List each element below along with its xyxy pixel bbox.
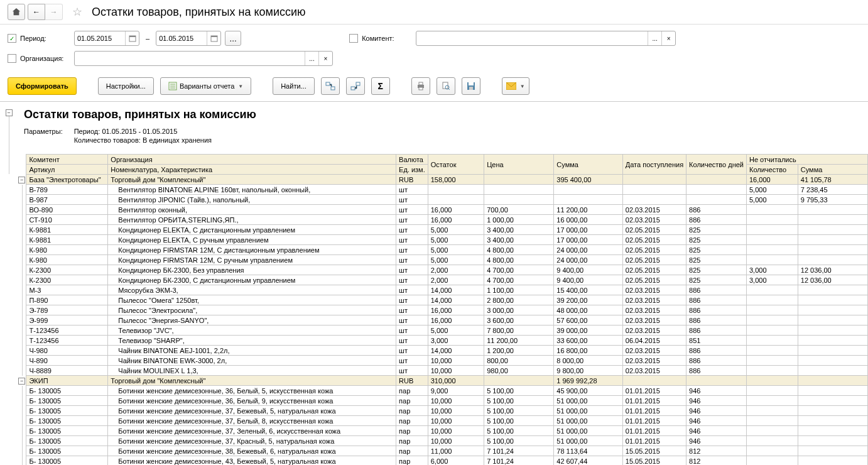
table-row[interactable]: М-3Мясорубка ЭКМ-3,шт14,0001 100,0015 40… [18, 285, 868, 295]
table-row[interactable]: Т-123456Телевизор "JVC",шт5,0007 800,003… [18, 326, 868, 336]
col-ostatok[interactable]: Остаток [428, 155, 484, 175]
table-row[interactable]: Б- 130005Ботинки женские демисезонные, 3… [18, 386, 868, 396]
group-row[interactable]: −ЭКИПТорговый дом "Комплексный"RUB310,00… [18, 376, 868, 386]
table-row[interactable]: П-890Пылесос "Омега" 1250вт,шт14,0002 80… [18, 295, 868, 305]
table-row[interactable]: Б- 130005Ботинки женские демисезонные, 3… [18, 416, 868, 426]
svg-rect-3 [211, 36, 217, 37]
table-row[interactable]: Т-123456Телевизор "SHARP",шт3,00011 200,… [18, 336, 868, 346]
sum-button[interactable]: Σ [371, 77, 390, 95]
svg-rect-15 [469, 82, 474, 85]
svg-rect-7 [351, 87, 355, 90]
col-days[interactable]: Количество дней [686, 155, 747, 175]
table-row[interactable]: К-980Кондиционер FIRMSTAR 12M, С ручным … [18, 255, 868, 265]
komitent-input[interactable] [416, 33, 648, 43]
col-ed[interactable]: Ед. изм. [396, 165, 428, 175]
table-row[interactable]: СТ-910Вентилятор ОРБИТА,STERLING,ЯП.,шт1… [18, 215, 868, 225]
group-row[interactable]: −База "Электротовары"Торговый дом "Компл… [18, 175, 868, 185]
table-row[interactable]: К-9881Кондиционер ELEKTA, С дистанционны… [18, 225, 868, 235]
col-not-reported[interactable]: Не отчитались [746, 155, 867, 165]
col-nsum[interactable]: Сумма [798, 165, 867, 175]
table-row[interactable]: Б- 130005Ботинки женские демисезонные, 3… [18, 446, 868, 456]
star-icon: ☆ [72, 5, 82, 19]
table-row[interactable]: В-987Вентилятор JIPONIC (Тайв.), напольн… [18, 195, 868, 205]
table-row[interactable]: Б- 130005Ботинки женские демисезонные, 4… [18, 456, 868, 466]
settings-button[interactable]: Настройки... [98, 77, 154, 95]
col-sum[interactable]: Сумма [554, 155, 622, 175]
table-row[interactable]: К-9881Кондиционер ELEKTA, С ручным управ… [18, 235, 868, 245]
col-nqty[interactable]: Количество [746, 165, 798, 175]
collapse-group-button[interactable]: − [18, 177, 25, 183]
variants-button[interactable]: Варианты отчета ▼ [160, 77, 251, 95]
table-row[interactable]: К-2300Кондиционер БК-2300, Без управлени… [18, 265, 868, 275]
collapse-all-button[interactable]: − [6, 109, 13, 116]
period-label: Период: [20, 35, 70, 42]
generate-button[interactable]: Сформировать [8, 77, 77, 95]
forward-button[interactable]: → [45, 4, 63, 20]
table-row[interactable]: Э-999Пылесос "Энергия-SANYO",шт16,0003 6… [18, 315, 868, 326]
org-input[interactable] [75, 53, 305, 63]
collapse-groups-button[interactable] [346, 77, 365, 95]
expand-icon [325, 82, 335, 90]
col-artikul[interactable]: Артикул [26, 165, 108, 175]
favorite-button[interactable]: ☆ [69, 4, 85, 20]
org-checkbox[interactable] [8, 54, 16, 63]
table-row[interactable]: Б- 130005Ботинки женские демисезонные, 3… [18, 396, 868, 406]
period-checkbox[interactable]: ✓ [8, 34, 16, 43]
arrow-right-icon: → [50, 8, 58, 16]
print-button[interactable] [411, 77, 430, 95]
date-from-input[interactable] [75, 33, 125, 43]
preview-button[interactable] [437, 77, 455, 95]
params-label: Параметры: [24, 128, 63, 145]
calendar-icon[interactable] [207, 31, 220, 45]
email-button[interactable]: ▼ [502, 77, 529, 95]
table-row[interactable]: Б- 130005Ботинки женские демисезонные, 3… [18, 426, 868, 436]
table-row[interactable]: ВО-890Вентилятор оконный,шт16,000700,001… [18, 205, 868, 215]
expand-groups-button[interactable] [321, 77, 340, 95]
komitent-input-wrap: ... × [416, 31, 676, 46]
dash: – [146, 35, 149, 42]
col-komitent[interactable]: Комитент [26, 155, 108, 165]
table-row[interactable]: Ч-890Чайник BINATONE EWK-3000, 2л,шт10,0… [18, 356, 868, 366]
home-icon [12, 8, 21, 16]
org-select-button[interactable]: ... [305, 52, 318, 65]
save-icon [467, 82, 475, 90]
table-row[interactable]: Б- 130005Ботинки женские демисезонные, 3… [18, 436, 868, 446]
table-row[interactable]: К-2300Кондиционер БК-2300, С дистанционн… [18, 275, 868, 285]
table-row[interactable]: Б- 130005Ботинки женские демисезонные, 3… [18, 406, 868, 416]
params-qty: Количество товаров: В единицах хранения [74, 136, 212, 144]
col-price[interactable]: Цена [484, 155, 554, 175]
save-button[interactable] [462, 77, 480, 95]
komitent-select-button[interactable]: ... [648, 31, 661, 45]
svg-rect-1 [129, 36, 136, 37]
table-row[interactable]: Ч-8889Чайник MOULINEX L 1,3,шт10,000980,… [18, 366, 868, 376]
col-org[interactable]: Организация [108, 155, 396, 165]
params-period: Период: 01.05.2015 - 01.05.2015 [74, 128, 212, 135]
chevron-down-icon: ▼ [238, 84, 243, 89]
komitent-clear-button[interactable]: × [661, 31, 675, 45]
table-row[interactable]: Ч-980Чайник BINATONE АЕJ-1001, 2,2л,шт14… [18, 346, 868, 356]
collapse-group-button[interactable]: − [18, 378, 25, 385]
home-button[interactable] [8, 4, 25, 20]
find-button[interactable]: Найти... [273, 77, 315, 95]
arrow-left-icon: ← [33, 8, 40, 16]
sigma-icon: Σ [378, 81, 383, 91]
svg-rect-8 [356, 82, 360, 85]
email-icon [506, 82, 516, 90]
date-to-input[interactable] [156, 33, 207, 43]
back-button[interactable]: ← [28, 4, 45, 20]
org-clear-button[interactable]: × [318, 52, 332, 65]
komitent-checkbox[interactable] [349, 34, 358, 43]
table-row[interactable]: Э-789Пылесос "Электросила",шт16,0003 000… [18, 305, 868, 315]
col-date[interactable]: Дата поступления [622, 155, 686, 175]
col-valuta[interactable]: Валюта [396, 155, 428, 165]
svg-rect-5 [326, 82, 330, 85]
period-select-button[interactable]: ... [225, 31, 241, 46]
print-icon [416, 82, 425, 90]
table-row[interactable]: В-789Вентилятор BINATONE ALPINE 160вт, н… [18, 185, 868, 195]
table-row[interactable]: К-980Кондиционер FIRMSTAR 12M, С дистанц… [18, 245, 868, 255]
calendar-icon[interactable] [125, 31, 139, 45]
preview-icon [442, 82, 450, 90]
col-nomenklatura[interactable]: Номенклатура, Характеристика [108, 165, 396, 175]
list-icon [168, 82, 177, 90]
org-label: Организация: [20, 55, 70, 62]
